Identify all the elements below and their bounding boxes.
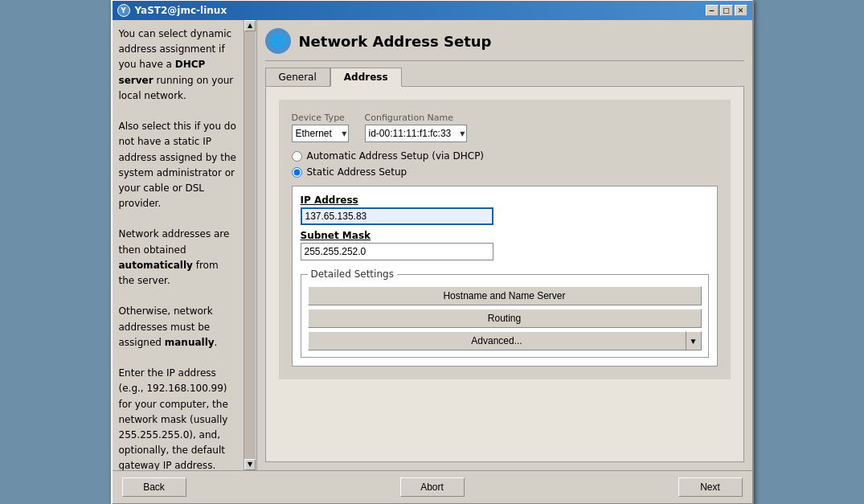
network-icon: 🌐 xyxy=(265,28,291,54)
minimize-button[interactable]: − xyxy=(706,5,719,16)
routing-button[interactable]: Routing xyxy=(308,309,702,328)
radio-static-label: Static Address Setup xyxy=(307,166,407,178)
close-button[interactable]: ✕ xyxy=(735,5,747,16)
subnet-mask-label: Subnet Mask xyxy=(301,230,709,241)
titlebar: Y YaST2@jmc-linux − □ ✕ xyxy=(113,1,752,20)
scroll-track xyxy=(244,31,256,459)
device-config-row: Device Type Ethernet DSL ISDN Modem Wire… xyxy=(292,113,718,142)
ip-address-input[interactable] xyxy=(301,207,493,225)
radio-dhcp-item[interactable]: Automatic Address Setup (via DHCP) xyxy=(292,150,718,162)
ip-address-group: IP Address xyxy=(301,195,709,225)
advanced-button[interactable]: Advanced... xyxy=(308,331,686,350)
config-name-select[interactable]: id-00:11:11:f1:fc:33 xyxy=(365,125,467,142)
sidebar: You can select dynamic address assignmen… xyxy=(113,20,257,470)
back-button[interactable]: Back xyxy=(122,477,186,497)
ip-address-label: IP Address xyxy=(301,195,709,206)
abort-button[interactable]: Abort xyxy=(400,477,465,497)
ip-section: IP Address Subnet Mask Detailed Settings… xyxy=(292,186,718,367)
next-button[interactable]: Next xyxy=(678,477,743,497)
tabs: General Address xyxy=(265,68,744,87)
tab-general[interactable]: General xyxy=(265,68,330,87)
window-title: YaST2@jmc-linux xyxy=(135,5,227,16)
subnet-mask-input[interactable] xyxy=(301,243,493,260)
config-name-label: Configuration Name xyxy=(365,113,467,123)
device-type-group: Device Type Ethernet DSL ISDN Modem Wire… xyxy=(292,113,349,142)
config-name-group: Configuration Name id-00:11:11:f1:fc:33 … xyxy=(365,113,467,142)
advanced-dropdown-arrow[interactable]: ▼ xyxy=(686,331,702,350)
bottom-bar: Back Abort Next xyxy=(113,470,752,503)
radio-static[interactable] xyxy=(292,167,302,178)
sidebar-text: You can select dynamic address assignmen… xyxy=(119,27,250,470)
detailed-buttons: Hostname and Name Server Routing Advance… xyxy=(308,286,702,350)
main-window: Y YaST2@jmc-linux − □ ✕ You can select d… xyxy=(111,0,754,504)
page-title: Network Address Setup xyxy=(299,33,492,50)
form-section: Device Type Ethernet DSL ISDN Modem Wire… xyxy=(279,100,731,379)
yast-icon: Y xyxy=(117,4,130,17)
device-type-label: Device Type xyxy=(292,113,349,123)
detailed-settings-fieldset: Detailed Settings Hostname and Name Serv… xyxy=(301,268,709,358)
radio-dhcp-label: Automatic Address Setup (via DHCP) xyxy=(307,150,485,162)
hostname-button[interactable]: Hostname and Name Server xyxy=(308,286,702,305)
device-type-select-container: Ethernet DSL ISDN Modem Wireless ▼ xyxy=(292,125,349,142)
radio-static-item[interactable]: Static Address Setup xyxy=(292,166,718,178)
titlebar-controls: − □ ✕ xyxy=(706,5,747,16)
advanced-dropdown: Advanced... ▼ xyxy=(308,331,702,350)
radio-dhcp[interactable] xyxy=(292,151,302,162)
main-content: You can select dynamic address assignmen… xyxy=(113,20,752,470)
titlebar-left: Y YaST2@jmc-linux xyxy=(117,4,227,17)
tab-address[interactable]: Address xyxy=(330,68,402,87)
tab-content: Device Type Ethernet DSL ISDN Modem Wire… xyxy=(265,86,744,462)
restore-button[interactable]: □ xyxy=(720,5,733,16)
detailed-settings-legend: Detailed Settings xyxy=(308,268,397,280)
device-type-select[interactable]: Ethernet DSL ISDN Modem Wireless xyxy=(292,125,349,142)
right-panel: 🌐 Network Address Setup General Address … xyxy=(257,20,752,470)
page-header: 🌐 Network Address Setup xyxy=(265,28,744,61)
sidebar-scrollbar: ▲ ▼ xyxy=(244,20,256,470)
subnet-mask-group: Subnet Mask xyxy=(301,230,709,260)
scroll-up-arrow[interactable]: ▲ xyxy=(244,20,256,31)
address-type-radio-group: Automatic Address Setup (via DHCP) Stati… xyxy=(292,150,718,178)
config-name-select-container: id-00:11:11:f1:fc:33 ▼ xyxy=(365,125,467,142)
scroll-down-arrow[interactable]: ▼ xyxy=(244,459,256,470)
